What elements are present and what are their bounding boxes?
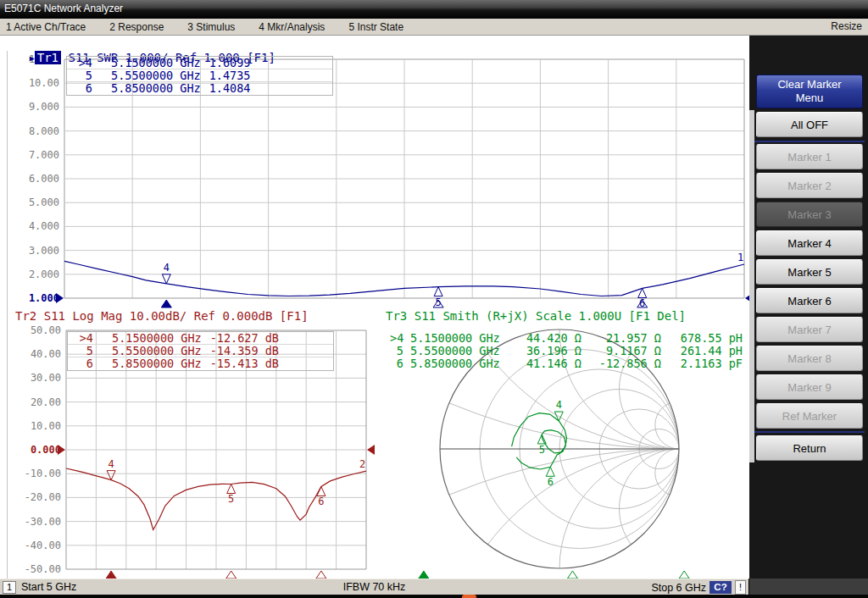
trace2-marker-table: >45.1500000 GHz-12.627 dB55.5500000 GHz-… — [67, 331, 334, 371]
active-trace-arrow-icon: ▶ — [30, 53, 35, 63]
marker-table-row: >45.1500000 GHz-12.627 dB — [68, 332, 333, 345]
channel-window-border — [7, 51, 8, 579]
status-bar: 1 Start 5 GHz IFBW 70 kHz Stop 6 GHz C? … — [0, 579, 748, 595]
softkey-marker-6[interactable]: Marker 6 — [756, 288, 863, 313]
sidebar-bottom-filler — [749, 579, 868, 595]
marker-table-row: 55.5500000 GHz1.4735 — [67, 69, 332, 82]
menu-item-4[interactable]: 4 Mkr/Analysis — [259, 21, 325, 33]
softkey-marker-8: Marker 8 — [756, 346, 863, 371]
softkey-marker-4[interactable]: Marker 4 — [756, 230, 863, 256]
softkey-ref-marker: Ref Marker — [756, 403, 863, 429]
window-titlebar: E5071C Network Analyzer — [0, 0, 868, 19]
softkey-marker-2: Marker 2 — [756, 173, 863, 198]
instrument-screen — [0, 36, 749, 579]
softkey-separator — [754, 431, 865, 433]
softkey-marker-3[interactable]: Marker 3 — [756, 202, 863, 227]
window-title: E5071C Network Analyzer — [4, 3, 123, 14]
softkey-marker-9: Marker 9 — [756, 374, 863, 400]
marker-table-row: 65.8500000 GHz41.146 Ω-12.856 Ω2.1163 pF — [387, 357, 748, 370]
menu-item-3[interactable]: 3 Stimulus — [187, 21, 235, 33]
marker-table-row: >45.1500000 GHz44.420 Ω21.957 Ω678.55 pH — [387, 332, 748, 345]
menu-item-2[interactable]: 2 Response — [109, 21, 164, 33]
application-window: E5071C Network Analyzer 1 Active Ch/Trac… — [0, 0, 868, 598]
marker-table-row: 65.8500000 GHz-15.413 dB — [68, 357, 333, 370]
marker-table-row: >45.1500000 GHz1.6099 — [67, 57, 332, 69]
warning-indicator: ! — [735, 580, 746, 595]
softkey-marker-5[interactable]: Marker 5 — [756, 259, 863, 285]
trace2-title: Tr2 S11 Log Mag 10.00dB/ Ref 0.000dB [F1… — [15, 309, 309, 323]
trace1-badge: Tr1 — [35, 51, 61, 64]
ifbw-label: IFBW 70 kHz — [0, 581, 748, 593]
stop-frequency-group: Stop 6 GHz C? ! — [651, 580, 746, 595]
softkey-marker-1: Marker 1 — [756, 144, 863, 169]
marker-table-row: 55.5500000 GHz36.196 Ω9.1167 Ω261.44 pH — [387, 345, 748, 357]
menu-items: 1 Active Ch/Trace2 Response3 Stimulus4 M… — [6, 19, 403, 35]
marker-table-row: 55.5500000 GHz-14.359 dB — [68, 345, 333, 357]
softkey-menu-title: Clear MarkerMenu — [756, 75, 863, 108]
menu-item-1[interactable]: 1 Active Ch/Trace — [6, 21, 86, 33]
softkey-menu: Clear MarkerMenuAll OFFMarker 1Marker 2M… — [749, 36, 868, 598]
taskbar-notification-icon — [462, 595, 476, 598]
softkey-all-off[interactable]: All OFF — [756, 112, 863, 137]
marker-table-row: 65.8500000 GHz1.4084 — [67, 82, 332, 95]
softkey-separator — [754, 141, 865, 142]
stop-frequency-label: Stop 6 GHz — [651, 582, 706, 594]
menu-bar: 1 Active Ch/Trace2 Response3 Stimulus4 M… — [0, 19, 868, 36]
softkey-return[interactable]: Return — [756, 435, 863, 461]
resize-button[interactable]: Resize — [831, 20, 862, 32]
softkey-marker-7: Marker 7 — [756, 317, 863, 342]
trace3-title: Tr3 S11 Smith (R+jX) Scale 1.000U [F1 De… — [386, 309, 686, 323]
cal-status-badge: C? — [709, 581, 732, 594]
trace3-marker-table: >45.1500000 GHz44.420 Ω21.957 Ω678.55 pH… — [387, 332, 748, 370]
menu-item-5[interactable]: 5 Instr State — [348, 21, 403, 33]
softkey-menu-edge — [749, 110, 754, 462]
trace1-marker-table: >45.1500000 GHz1.609955.5500000 GHz1.473… — [66, 56, 333, 96]
taskbar-edge — [0, 595, 868, 598]
